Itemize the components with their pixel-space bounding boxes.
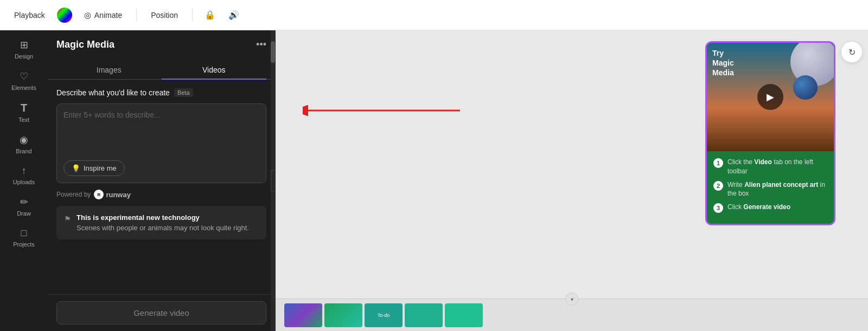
inspire-me-button[interactable]: 💡 Inspire me — [63, 160, 125, 176]
runway-logo: R runway — [94, 190, 131, 199]
warning-title: This is experimental new technology — [76, 213, 249, 222]
instruction-text-3: Click Generate video — [727, 203, 790, 212]
collapse-handle[interactable]: ‹ — [271, 170, 276, 192]
sidebar-item-text-label: Text — [18, 116, 29, 123]
filmstrip: ▾ To-do — [276, 298, 868, 331]
magic-media-card: TryMagicMedia ▶ 1 Click the Video tab on… — [705, 41, 835, 225]
warning-body: Scenes with people or animals may not lo… — [76, 224, 249, 232]
filmstrip-thumb-4[interactable] — [405, 303, 443, 327]
instruction-2: 2 Write Alien planet concept art in the … — [713, 180, 827, 199]
sidebar-item-design-label: Design — [15, 53, 33, 60]
warning-box: ⚑ This is experimental new technology Sc… — [56, 206, 266, 239]
elements-icon: ♡ — [20, 70, 28, 82]
sidebar-item-draw[interactable]: ✏ Draw — [4, 192, 43, 221]
describe-label: Describe what you'd like to create Beta — [56, 88, 266, 97]
instruction-text-1: Click the Video tab on the left toolbar — [727, 158, 827, 176]
filmstrip-label-3: To-do — [378, 313, 390, 318]
filmstrip-thumb-3[interactable]: To-do — [365, 303, 403, 327]
filmstrip-thumb-1[interactable] — [284, 303, 322, 327]
animate-icon: ◎ — [84, 10, 91, 20]
refresh-button[interactable]: ↻ — [841, 41, 863, 63]
scrollbar-thumb[interactable] — [271, 41, 275, 63]
panel-menu-button[interactable]: ••• — [256, 39, 266, 50]
canvas-main: TryMagicMedia ▶ 1 Click the Video tab on… — [276, 30, 868, 298]
sidebar-item-uploads-label: Uploads — [13, 179, 35, 185]
instruction-num-2: 2 — [713, 181, 723, 191]
play-button-circle[interactable]: ▶ — [757, 84, 783, 110]
instruction-3: 3 Click Generate video — [713, 203, 827, 213]
red-arrow — [303, 100, 465, 121]
playback-button[interactable]: Playback — [9, 8, 50, 23]
sidebar-item-brand[interactable]: ◉ Brand — [4, 129, 43, 159]
draw-icon: ✏ — [20, 196, 28, 208]
runway-icon: R — [94, 190, 104, 199]
canvas-area: TryMagicMedia ▶ 1 Click the Video tab on… — [276, 30, 868, 331]
flag-icon: ⚑ — [64, 215, 71, 232]
chevron-down-icon: ▾ — [571, 296, 573, 302]
playback-label: Playback — [14, 11, 45, 20]
play-icon: ▶ — [767, 91, 774, 103]
top-toolbar: Playback ◎ Animate Position 🔒 🔊 — [0, 0, 868, 30]
text-icon: T — [21, 102, 27, 114]
sidebar-item-elements[interactable]: ♡ Elements — [4, 66, 43, 95]
panel-tabs: Images Videos — [48, 55, 275, 80]
powered-by: Powered by R runway — [56, 190, 266, 199]
tab-videos-label: Videos — [202, 66, 226, 74]
filmstrip-thumb-2[interactable] — [324, 303, 362, 327]
panel-content: Describe what you'd like to create Beta … — [48, 80, 275, 294]
instruction-num-1: 1 — [713, 158, 723, 168]
color-picker-button[interactable] — [57, 8, 72, 23]
sidebar-item-draw-label: Draw — [17, 210, 31, 217]
toolbar-divider-2 — [192, 9, 193, 22]
down-chevron-button[interactable]: ▾ — [565, 293, 578, 306]
animate-button[interactable]: ◎ Animate — [79, 7, 127, 23]
projects-icon: □ — [21, 228, 27, 239]
planet-small — [793, 75, 818, 100]
tab-videos[interactable]: Videos — [162, 61, 267, 80]
instruction-1: 1 Click the Video tab on the left toolba… — [713, 158, 827, 176]
lock-icon: 🔒 — [205, 10, 215, 20]
volume-icon: 🔊 — [228, 10, 239, 20]
position-label: Position — [151, 11, 178, 20]
magic-card-video[interactable]: TryMagicMedia ▶ — [707, 43, 834, 151]
sidebar-item-brand-label: Brand — [16, 148, 31, 154]
prompt-area: 💡 Inspire me — [56, 103, 266, 183]
filmstrip-thumb-5[interactable] — [445, 303, 483, 327]
panel-header: Magic Media ••• — [48, 30, 275, 50]
brand-icon: ◉ — [20, 134, 28, 146]
uploads-icon: ↑ — [22, 165, 27, 177]
lightbulb-icon: 💡 — [72, 164, 80, 172]
sidebar-item-projects[interactable]: □ Projects — [4, 223, 43, 252]
refresh-icon: ↻ — [848, 47, 856, 57]
magic-card-instructions: 1 Click the Video tab on the left toolba… — [707, 151, 834, 224]
beta-badge: Beta — [174, 88, 193, 97]
volume-button[interactable]: 🔊 — [225, 7, 242, 24]
side-panel: Magic Media ••• Images Videos Describe w… — [48, 30, 276, 331]
toolbar-divider-1 — [136, 9, 137, 22]
design-icon: ⊞ — [20, 39, 28, 51]
left-nav: ⊞ Design ♡ Elements T Text ◉ Brand ↑ Upl… — [0, 30, 48, 331]
generate-btn-container: Generate video — [48, 294, 275, 331]
lock-button[interactable]: 🔒 — [201, 7, 219, 24]
menu-dots-icon: ••• — [256, 39, 266, 50]
sidebar-item-elements-label: Elements — [11, 85, 36, 91]
sidebar-item-projects-label: Projects — [13, 241, 35, 248]
instruction-text-2: Write Alien planet concept art in the bo… — [727, 180, 827, 199]
tab-images[interactable]: Images — [56, 61, 162, 80]
runway-label: runway — [106, 191, 131, 199]
describe-text: Describe what you'd like to create — [56, 88, 170, 97]
position-button[interactable]: Position — [145, 8, 183, 23]
main-layout: ⊞ Design ♡ Elements T Text ◉ Brand ↑ Upl… — [0, 30, 868, 331]
sidebar-item-uploads[interactable]: ↑ Uploads — [4, 161, 43, 190]
sidebar-item-design[interactable]: ⊞ Design — [4, 35, 43, 64]
sidebar-item-text[interactable]: T Text — [4, 98, 43, 127]
prompt-input[interactable] — [63, 111, 259, 154]
powered-by-text: Powered by — [56, 191, 91, 198]
inspire-me-label: Inspire me — [84, 164, 117, 172]
warning-content: This is experimental new technology Scen… — [76, 213, 249, 232]
tab-images-label: Images — [97, 66, 122, 74]
panel-title: Magic Media — [56, 39, 114, 50]
generate-video-button[interactable]: Generate video — [56, 301, 266, 324]
instruction-num-3: 3 — [713, 203, 723, 213]
generate-video-label: Generate video — [133, 308, 189, 317]
